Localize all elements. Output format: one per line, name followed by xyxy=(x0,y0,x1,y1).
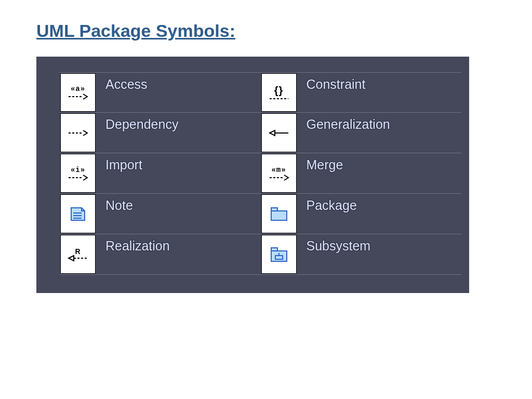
note-icon xyxy=(60,194,96,233)
right-column: {} Constraint Generalization «m» Merge xyxy=(261,72,462,288)
row-constraint: {} Constraint xyxy=(261,72,462,113)
generalization-icon xyxy=(261,113,297,152)
realization-icon: R xyxy=(60,235,96,274)
left-column: «a» Access Dependency «i» Import xyxy=(60,72,261,288)
symbols-panel: «a» Access Dependency «i» Import xyxy=(36,57,469,293)
subsystem-label: Subsystem xyxy=(297,234,462,274)
row-import: «i» Import xyxy=(60,153,261,194)
generalization-label: Generalization xyxy=(297,113,462,153)
note-label: Note xyxy=(96,194,261,234)
subsystem-icon xyxy=(261,235,297,274)
import-icon: «i» xyxy=(60,154,96,193)
realization-label: Realization xyxy=(96,234,261,274)
row-generalization: Generalization xyxy=(261,113,462,153)
constraint-label: Constraint xyxy=(297,73,462,112)
package-icon xyxy=(261,194,297,233)
package-label: Package xyxy=(297,194,462,234)
access-label: Access xyxy=(96,73,261,112)
import-label: Import xyxy=(96,153,261,193)
svg-marker-9 xyxy=(270,130,275,136)
svg-rect-13 xyxy=(271,211,287,220)
row-package: Package xyxy=(261,194,462,234)
svg-marker-6 xyxy=(69,256,74,261)
merge-icon: «m» xyxy=(261,154,297,193)
merge-label: Merge xyxy=(297,153,462,193)
row-realization: R Realization xyxy=(60,234,261,275)
page-title: UML Package Symbols: xyxy=(36,21,532,41)
row-dependency: Dependency xyxy=(60,113,261,153)
row-note: Note xyxy=(60,194,261,234)
constraint-icon: {} xyxy=(261,73,297,112)
row-subsystem: Subsystem xyxy=(261,234,462,275)
row-merge: «m» Merge xyxy=(261,153,462,194)
row-access: «a» Access xyxy=(60,72,261,113)
dependency-icon xyxy=(60,113,96,152)
dependency-label: Dependency xyxy=(96,113,261,153)
access-icon: «a» xyxy=(60,73,96,112)
